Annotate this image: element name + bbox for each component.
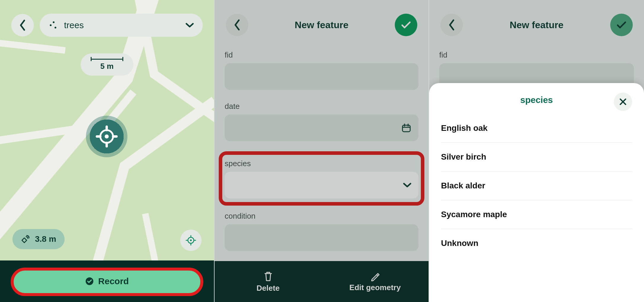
species-option[interactable]: Sycamore maple	[441, 200, 632, 229]
form-screen: New feature fid date species condition	[215, 0, 429, 302]
satellite-icon	[21, 234, 30, 244]
accuracy-value: 3.8 m	[35, 234, 56, 244]
map-screen: trees 5 m 3.8 m	[0, 0, 215, 302]
sheet-title: species	[520, 95, 553, 105]
check-circle-icon	[85, 277, 94, 286]
species-option[interactable]: Silver birch	[441, 143, 632, 171]
map-scale: 5 m	[81, 53, 133, 76]
species-option[interactable]: Unknown	[441, 229, 632, 258]
close-button[interactable]	[614, 93, 632, 111]
dim-overlay	[215, 0, 429, 302]
layer-selector[interactable]: trees	[40, 14, 203, 37]
recenter-button[interactable]	[180, 230, 202, 251]
points-layer-icon	[49, 20, 59, 30]
location-marker	[86, 116, 127, 157]
species-bottom-sheet: species English oakSilver birchBlack ald…	[429, 83, 644, 302]
species-option[interactable]: Black alder	[441, 171, 632, 200]
close-icon	[619, 97, 627, 106]
gps-accuracy-badge[interactable]: 3.8 m	[12, 229, 65, 249]
layer-name: trees	[64, 20, 180, 30]
species-picker-screen: New feature fid species English oakSilve…	[429, 0, 644, 302]
scale-value: 5 m	[91, 62, 123, 71]
locate-icon	[186, 235, 196, 246]
record-button[interactable]: Record	[12, 269, 202, 293]
svg-point-4	[190, 239, 192, 241]
crosshair-icon	[95, 125, 118, 148]
record-label: Record	[98, 276, 129, 286]
svg-point-2	[105, 134, 109, 139]
back-button[interactable]	[11, 14, 34, 36]
chevron-left-icon	[19, 19, 26, 31]
species-option[interactable]: English oak	[441, 114, 632, 143]
bottom-bar: Record	[0, 260, 214, 302]
chevron-down-icon	[186, 23, 194, 28]
